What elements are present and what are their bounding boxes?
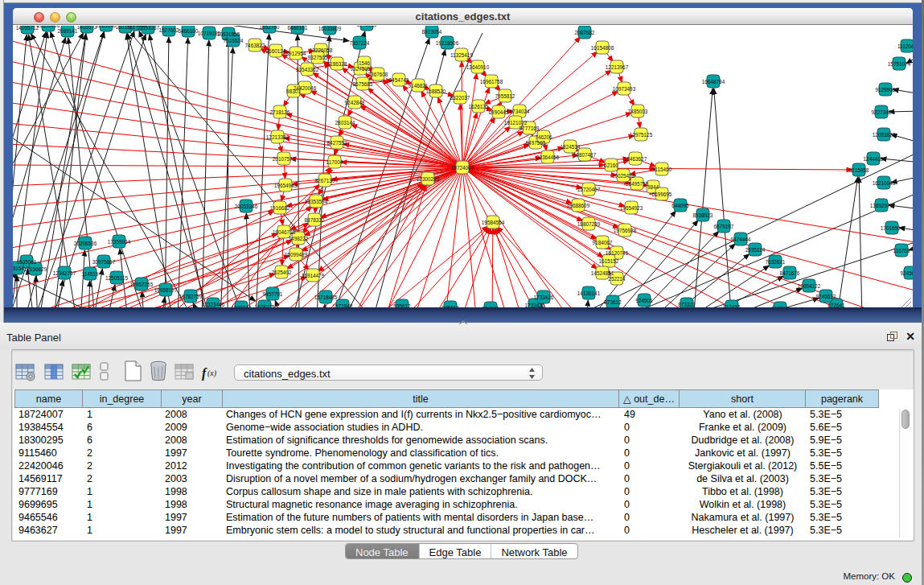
svg-text:8267130: 8267130: [315, 177, 335, 183]
svg-text:9245633: 9245633: [901, 270, 913, 275]
svg-text:8427552: 8427552: [327, 139, 347, 145]
svg-text:1652760: 1652760: [260, 26, 280, 30]
svg-text:30975867: 30975867: [92, 258, 116, 264]
svg-text:7955812: 7955812: [495, 93, 515, 98]
svg-text:16210643: 16210643: [873, 179, 896, 185]
svg-text:18495758: 18495758: [626, 180, 649, 186]
svg-text:2803144: 2803144: [335, 119, 355, 125]
svg-text:10973493: 10973493: [613, 85, 636, 91]
svg-text:8186328: 8186328: [327, 60, 347, 66]
svg-text:16120746: 16120746: [606, 249, 629, 255]
svg-text:6497565: 6497565: [526, 139, 546, 145]
svg-text:9327505: 9327505: [308, 54, 328, 60]
svg-text:7357224: 7357224: [350, 39, 370, 45]
svg-text:9777169: 9777169: [519, 125, 540, 130]
svg-text:12975125: 12975125: [630, 131, 653, 137]
svg-text:16099489: 16099489: [285, 251, 308, 257]
svg-text:f: f: [202, 366, 207, 381]
svg-text:7485003: 7485003: [628, 108, 648, 113]
svg-text:15718485: 15718485: [314, 294, 338, 299]
svg-text:116753: 116753: [893, 247, 910, 253]
svg-text:252214: 252214: [608, 275, 626, 281]
svg-text:14136141: 14136141: [577, 290, 601, 295]
svg-text:8660124: 8660124: [266, 47, 286, 53]
svg-text:1112045: 1112045: [897, 43, 913, 48]
svg-text:1588520: 1588520: [426, 88, 446, 93]
svg-text:1733426: 1733426: [525, 302, 545, 307]
svg-text:16648784: 16648784: [702, 78, 725, 84]
svg-text:6679197: 6679197: [714, 223, 734, 229]
svg-text:1615152: 1615152: [599, 257, 619, 263]
svg-text:13226058: 13226058: [310, 47, 333, 52]
svg-text:14524851: 14524851: [591, 270, 614, 275]
svg-text:117004: 117004: [326, 159, 343, 164]
svg-text:12213382: 12213382: [266, 134, 290, 139]
svg-text:8878332: 8878332: [305, 216, 325, 222]
svg-text:6699695: 6699695: [652, 191, 672, 196]
svg-text:12342757: 12342757: [53, 270, 76, 275]
svg-text:1535061: 1535061: [17, 258, 37, 264]
svg-text:16154808: 16154808: [591, 44, 614, 50]
svg-text:9115460: 9115460: [652, 166, 672, 171]
svg-text:11325419: 11325419: [450, 51, 473, 57]
svg-text:12505115: 12505115: [105, 274, 128, 280]
svg-text:1527602: 1527602: [159, 27, 179, 32]
svg-text:17359934: 17359934: [108, 238, 131, 244]
svg-text:7632621: 7632621: [766, 258, 786, 264]
svg-text:10958107: 10958107: [154, 286, 178, 292]
svg-text:19654943: 19654943: [274, 182, 298, 187]
svg-text:9474444: 9474444: [731, 236, 751, 241]
svg-text:20107573: 20107573: [273, 155, 296, 161]
svg-text:10688609: 10688609: [567, 202, 590, 208]
svg-text:9129966: 9129966: [876, 86, 896, 92]
svg-text:2089141: 2089141: [58, 27, 78, 33]
svg-text:17016504: 17016504: [881, 225, 904, 230]
svg-text:2089146: 2089146: [97, 26, 117, 28]
svg-text:62160: 62160: [604, 162, 618, 167]
svg-text:2718126: 2718126: [270, 109, 290, 114]
svg-text:2367608: 2367608: [368, 71, 388, 76]
svg-text:8912954: 8912954: [286, 50, 306, 56]
svg-text:114519: 114519: [82, 270, 99, 276]
svg-text:3498222: 3498222: [289, 235, 309, 241]
svg-text:924501: 924501: [635, 297, 653, 303]
svg-text:20206536: 20206536: [74, 240, 97, 245]
svg-text:10025438: 10025438: [612, 172, 635, 178]
svg-text:644095: 644095: [671, 202, 689, 208]
svg-text:15720407: 15720407: [577, 186, 601, 192]
svg-text:1626135: 1626135: [469, 103, 489, 109]
svg-text:6466160: 6466160: [179, 27, 199, 33]
svg-text:20053346: 20053346: [235, 203, 258, 208]
svg-text:19584554: 19584554: [482, 219, 505, 225]
svg-text:10553287: 10553287: [137, 26, 160, 31]
svg-text:8675685: 8675685: [353, 80, 373, 86]
svg-text:8938923: 8938923: [693, 212, 713, 217]
svg-text:9184067: 9184067: [593, 239, 613, 245]
svg-text:16914479: 16914479: [302, 272, 325, 278]
svg-text:6990443: 6990443: [489, 109, 509, 114]
svg-text:18807289: 18807289: [577, 220, 601, 226]
svg-text:1244415: 1244415: [864, 155, 884, 161]
svg-text:1546: 1546: [359, 60, 371, 65]
svg-text:1824534: 1824534: [561, 143, 581, 149]
svg-text:10671355: 10671355: [217, 31, 240, 36]
svg-text:3215958: 3215958: [849, 167, 869, 172]
svg-text:8454749: 8454749: [389, 76, 409, 82]
svg-text:8471676: 8471676: [780, 270, 800, 275]
svg-text:9227342: 9227342: [872, 109, 892, 114]
svg-text:19756928: 19756928: [614, 227, 637, 233]
svg-text:9844: 9844: [647, 183, 659, 189]
svg-text:19218506: 19218506: [436, 39, 459, 45]
svg-text:9327505: 9327505: [351, 65, 371, 71]
svg-text:873612: 873612: [604, 299, 622, 304]
svg-text:6466161: 6466161: [288, 26, 308, 31]
svg-text:19121072: 19121072: [504, 119, 528, 125]
svg-text:12323446: 12323446: [202, 301, 225, 307]
svg-text:12300283: 12300283: [417, 175, 440, 181]
svg-text:10654122: 10654122: [798, 282, 821, 288]
svg-text:17957255: 17957255: [130, 281, 154, 286]
svg-text:872641: 872641: [827, 302, 845, 307]
svg-text:13640910: 13640910: [466, 64, 490, 69]
svg-text:13692971: 13692971: [870, 202, 893, 208]
svg-text:16033809: 16033809: [318, 26, 342, 31]
